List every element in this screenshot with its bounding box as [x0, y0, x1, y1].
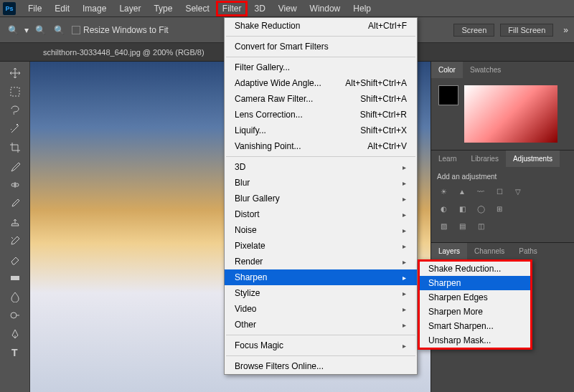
clone-stamp-tool-icon[interactable]: [6, 214, 24, 231]
filter-last-item[interactable]: Shake ReductionAlt+Ctrl+F: [225, 18, 417, 34]
filter-sharpen[interactable]: Sharpen: [225, 269, 417, 285]
lasso-tool-icon[interactable]: [6, 102, 24, 119]
levels-adjustment-icon[interactable]: ▲: [456, 185, 469, 198]
panel-collapse-icon[interactable]: »: [563, 25, 568, 35]
sharpen-unsharp-mask[interactable]: Unsharp Mask...: [420, 333, 530, 348]
filter-blur-gallery[interactable]: Blur Gallery: [225, 191, 417, 206]
eraser-tool-icon[interactable]: [6, 251, 24, 268]
filter-focus-magic[interactable]: Focus Magic: [225, 338, 417, 353]
svg-point-3: [11, 312, 17, 318]
svg-rect-0: [11, 87, 19, 96]
menu-type[interactable]: Type: [147, 1, 179, 16]
svg-rect-2: [11, 276, 19, 280]
filter-vanishing-point[interactable]: Vanishing Point...Alt+Ctrl+V: [225, 138, 417, 154]
brightness-adjustment-icon[interactable]: ☀: [437, 185, 450, 198]
sharpen-more[interactable]: Sharpen More: [420, 305, 530, 319]
filter-dropdown-menu: Shake ReductionAlt+Ctrl+F Convert for Sm…: [224, 17, 418, 375]
pen-tool-icon[interactable]: [6, 325, 24, 343]
menu-file[interactable]: File: [22, 1, 48, 16]
threshold-adjustment-icon[interactable]: ◫: [474, 219, 487, 232]
filter-stylize[interactable]: Stylize: [225, 285, 417, 301]
filter-gallery[interactable]: Filter Gallery...: [225, 59, 417, 75]
filter-browse-online[interactable]: Browse Filters Online...: [225, 358, 417, 374]
menu-3d[interactable]: 3D: [248, 1, 271, 16]
marquee-tool-icon[interactable]: [6, 83, 24, 100]
svg-text:T: T: [11, 347, 18, 358]
filter-pixelate[interactable]: Pixelate: [225, 238, 417, 254]
move-tool-icon[interactable]: [6, 64, 24, 82]
brush-tool-icon[interactable]: [6, 195, 24, 212]
filter-adaptive-wide[interactable]: Adaptive Wide Angle...Alt+Shift+Ctrl+A: [225, 75, 417, 91]
menu-filter[interactable]: Filter: [216, 1, 248, 16]
magic-wand-tool-icon[interactable]: [6, 120, 24, 138]
photo-filter-icon[interactable]: ◯: [474, 202, 487, 215]
zoom-in-icon[interactable]: 🔍: [33, 23, 47, 37]
filter-liquify[interactable]: Liquify...Shift+Ctrl+X: [225, 123, 417, 138]
curves-adjustment-icon[interactable]: 〰: [474, 185, 487, 198]
screen-button[interactable]: Screen: [453, 24, 494, 37]
menu-select[interactable]: Select: [179, 1, 215, 16]
blur-tool-icon[interactable]: [6, 288, 24, 305]
eyedropper-tool-icon[interactable]: [6, 158, 24, 175]
tools-panel: T: [0, 62, 30, 392]
color-gradient-picker[interactable]: [464, 85, 557, 143]
filter-3d[interactable]: 3D: [225, 159, 417, 175]
healing-brush-tool-icon[interactable]: [6, 176, 24, 193]
hue-adjustment-icon[interactable]: ◐: [437, 202, 450, 215]
resize-windows-checkbox[interactable]: Resize Windows to Fit: [72, 25, 169, 35]
channels-tab[interactable]: Channels: [467, 243, 512, 259]
sharpen-shake-reduction[interactable]: Shake Reduction...: [420, 262, 530, 276]
layers-tab[interactable]: Layers: [431, 243, 467, 259]
gradient-tool-icon[interactable]: [6, 269, 24, 287]
sharpen-submenu: Shake Reduction... Sharpen Sharpen Edges…: [418, 259, 532, 350]
document-tab[interactable]: schilthorn-3033448_640.jpg @ 200% (RGB/8…: [36, 44, 212, 60]
swatches-tab[interactable]: Swatches: [463, 62, 508, 78]
menubar: Ps File Edit Image Layer Type Select Fil…: [0, 0, 574, 17]
add-adjustment-label: Add an adjustment: [437, 173, 568, 181]
fill-screen-button[interactable]: Fill Screen: [500, 24, 553, 37]
menu-image[interactable]: Image: [76, 1, 113, 16]
crop-tool-icon[interactable]: [6, 139, 24, 156]
color-tab[interactable]: Color: [431, 62, 463, 78]
vibrance-adjustment-icon[interactable]: ▽: [512, 185, 524, 198]
menu-window[interactable]: Window: [304, 1, 347, 16]
filter-render[interactable]: Render: [225, 254, 417, 269]
channel-mixer-icon[interactable]: ⊞: [493, 202, 506, 215]
foreground-color-swatch[interactable]: [438, 85, 458, 105]
menu-view[interactable]: View: [272, 1, 304, 16]
paths-tab[interactable]: Paths: [512, 243, 545, 259]
filter-convert-smart[interactable]: Convert for Smart Filters: [225, 39, 417, 54]
dropdown-arrow-icon[interactable]: ▾: [24, 25, 29, 35]
filter-video[interactable]: Video: [225, 301, 417, 317]
sharpen-smart[interactable]: Smart Sharpen...: [420, 319, 530, 333]
history-brush-tool-icon[interactable]: [6, 232, 24, 249]
sharpen-sharpen[interactable]: Sharpen: [420, 276, 530, 290]
libraries-tab[interactable]: Libraries: [464, 150, 506, 167]
filter-distort[interactable]: Distort: [225, 206, 417, 222]
zoom-tool-icon[interactable]: 🔍: [6, 23, 20, 37]
photoshop-logo-icon: Ps: [3, 2, 16, 15]
adjustments-tab[interactable]: Adjustments: [506, 150, 560, 167]
invert-adjustment-icon[interactable]: ▨: [437, 219, 450, 232]
zoom-out-icon[interactable]: 🔍: [52, 23, 66, 37]
exposure-adjustment-icon[interactable]: ☐: [493, 185, 506, 198]
filter-blur[interactable]: Blur: [225, 175, 417, 191]
type-tool-icon[interactable]: T: [6, 344, 24, 361]
filter-lens-correction[interactable]: Lens Correction...Shift+Ctrl+R: [225, 107, 417, 123]
filter-camera-raw[interactable]: Camera Raw Filter...Shift+Ctrl+A: [225, 91, 417, 107]
menu-edit[interactable]: Edit: [48, 1, 76, 16]
filter-other[interactable]: Other: [225, 317, 417, 333]
sharpen-edges[interactable]: Sharpen Edges: [420, 290, 530, 305]
learn-tab[interactable]: Learn: [431, 150, 464, 167]
dodge-tool-icon[interactable]: [6, 307, 24, 324]
color-panel: [431, 78, 574, 150]
menu-help[interactable]: Help: [347, 1, 377, 16]
posterize-adjustment-icon[interactable]: ▤: [456, 219, 469, 232]
filter-noise[interactable]: Noise: [225, 222, 417, 238]
menu-layer[interactable]: Layer: [113, 1, 147, 16]
bw-adjustment-icon[interactable]: ◧: [456, 202, 469, 215]
